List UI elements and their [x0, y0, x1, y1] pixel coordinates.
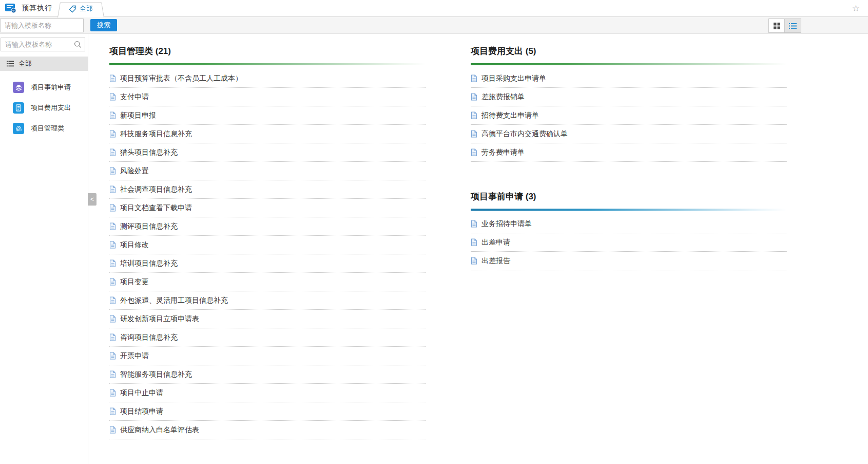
grid-icon: [774, 23, 780, 29]
template-name: 项目修改: [120, 240, 149, 250]
template-list-item[interactable]: 出差报告: [471, 252, 787, 270]
sidebar-item-expense[interactable]: 项目费用支出: [0, 98, 88, 118]
template-list-item[interactable]: 项目变更: [109, 273, 426, 291]
template-name: 风险处置: [120, 166, 149, 176]
template-search-input[interactable]: [0, 18, 84, 32]
template-name: 研发创新项目立项申请表: [120, 314, 199, 324]
list-view-button[interactable]: [785, 19, 801, 32]
sidebar-category-label: 项目管理类: [31, 124, 64, 133]
template-name: 智能服务项目信息补充: [120, 370, 192, 379]
template-list-item[interactable]: 业务招待申请单: [471, 215, 787, 233]
view-toggle: [768, 18, 801, 33]
template-list-item[interactable]: 项目中止申请: [109, 384, 426, 402]
template-list-item[interactable]: 项目采购支出申请单: [471, 69, 787, 88]
document-outline-icon: [109, 241, 116, 249]
template-list-item[interactable]: 智能服务项目信息补充: [109, 365, 426, 384]
document-outline-icon: [109, 370, 116, 378]
document-outline-icon: [109, 278, 116, 286]
template-list-item[interactable]: 猎头项目信息补充: [109, 143, 426, 162]
template-name: 出差申请: [481, 238, 510, 247]
document-outline-icon: [109, 389, 116, 397]
template-list-item[interactable]: 出差申请: [471, 233, 787, 252]
document-outline-icon: [109, 167, 116, 175]
sidebar-search-input[interactable]: [1, 38, 85, 51]
template-name: 培训项目信息补充: [120, 259, 178, 268]
template-list: 业务招待申请单 出: [471, 215, 787, 270]
template-list-item[interactable]: 研发创新项目立项申请表: [109, 310, 426, 328]
app-logo-icon: [5, 3, 16, 13]
document-outline-icon: [109, 93, 116, 101]
sidebar-category-label: 项目费用支出: [31, 103, 71, 113]
template-list-item[interactable]: 供应商纳入白名单评估表: [109, 421, 426, 439]
template-list-item[interactable]: 开票申请: [109, 347, 426, 365]
sidebar-item-management[interactable]: 项目管理类: [0, 118, 88, 139]
document-outline-icon: [109, 149, 116, 156]
document-outline-icon: [471, 238, 477, 246]
document-outline-icon: [471, 93, 477, 101]
section-pre-apply: 项目事前申请 (3): [471, 187, 787, 270]
star-favorite-icon[interactable]: ☆: [852, 3, 860, 14]
template-list-item[interactable]: 咨询项目信息补充: [109, 328, 426, 347]
template-list-item[interactable]: 劳务费申请单: [471, 143, 787, 162]
template-name: 项目变更: [120, 277, 149, 287]
template-list-item[interactable]: 培训项目信息补充: [109, 254, 426, 273]
template-list-item[interactable]: 项目文档查看下载申请: [109, 199, 426, 217]
fingerprint-icon: [13, 123, 24, 134]
template-name: 招待费支出申请单: [481, 111, 539, 120]
sidebar-item-pre-apply[interactable]: 项目事前申请: [0, 77, 88, 98]
document-outline-icon: [109, 315, 116, 323]
document-outline-icon: [109, 407, 116, 415]
template-list-item[interactable]: 项目预算审批表（不含员工人工成本）: [109, 69, 426, 88]
section-accent-bar: [109, 63, 426, 65]
template-name: 业务招待申请单: [481, 219, 532, 229]
sidebar-search: [1, 38, 85, 51]
template-list-item[interactable]: 支付申请: [109, 88, 426, 106]
template-list-item[interactable]: 测评项目信息补充: [109, 217, 426, 236]
sidebar-all-label: 全部: [18, 59, 32, 68]
right-column: 项目费用支出 (5): [471, 41, 787, 464]
template-list-item[interactable]: 社会调查项目信息补充: [109, 180, 426, 199]
template-list-item[interactable]: 差旅费报销单: [471, 88, 787, 106]
search-button[interactable]: 搜索: [90, 19, 117, 31]
tab-all[interactable]: 全部: [61, 0, 101, 17]
template-list-item[interactable]: 项目修改: [109, 236, 426, 254]
app-brand: 预算执行: [5, 3, 52, 13]
template-name: 科技服务项目信息补充: [120, 129, 192, 139]
template-name: 供应商纳入白名单评估表: [120, 425, 199, 435]
template-name: 测评项目信息补充: [120, 222, 178, 231]
template-list-item[interactable]: 外包派遣、灵活用工项目信息补充: [109, 291, 426, 310]
template-name: 项目结项申请: [120, 407, 163, 416]
template-name: 支付申请: [120, 92, 149, 102]
template-name: 项目预算审批表（不含员工人工成本）: [120, 74, 242, 83]
template-list-item[interactable]: 项目结项申请: [109, 402, 426, 421]
sidebar-item-all[interactable]: 全部: [0, 57, 88, 71]
section-accent-bar: [471, 209, 787, 211]
grid-view-button[interactable]: [769, 19, 785, 32]
section-accent-bar: [471, 63, 787, 65]
document-outline-icon: [471, 149, 477, 156]
section-title: 项目事前申请 (3): [471, 187, 787, 209]
section-management: 项目管理类 (21): [109, 41, 426, 439]
tab-all-label: 全部: [80, 4, 93, 13]
magnifier-icon: [74, 41, 82, 50]
template-name: 项目采购支出申请单: [481, 74, 546, 83]
tag-icon: [69, 5, 76, 13]
template-list-item[interactable]: 高德平台市内交通费确认单: [471, 125, 787, 143]
template-list-item[interactable]: 新项目申报: [109, 106, 426, 125]
sidebar-category-label: 项目事前申请: [31, 83, 71, 92]
template-list-item[interactable]: 风险处置: [109, 162, 426, 180]
sidebar-collapse-handle[interactable]: <: [88, 193, 97, 206]
template-name: 项目文档查看下载申请: [120, 203, 192, 213]
section-title: 项目管理类 (21): [109, 41, 426, 63]
template-name: 项目中止申请: [120, 388, 163, 398]
template-list: 项目采购支出申请单: [471, 69, 787, 162]
list-lines-icon: [7, 61, 14, 67]
document-outline-icon: [471, 112, 477, 119]
left-column: 项目管理类 (21): [109, 41, 426, 464]
document-outline-icon: [471, 220, 477, 228]
document-icon: [13, 102, 24, 114]
template-list-item[interactable]: 科技服务项目信息补充: [109, 125, 426, 143]
document-outline-icon: [471, 257, 477, 265]
template-list-item[interactable]: 招待费支出申请单: [471, 106, 787, 125]
document-outline-icon: [109, 352, 116, 360]
